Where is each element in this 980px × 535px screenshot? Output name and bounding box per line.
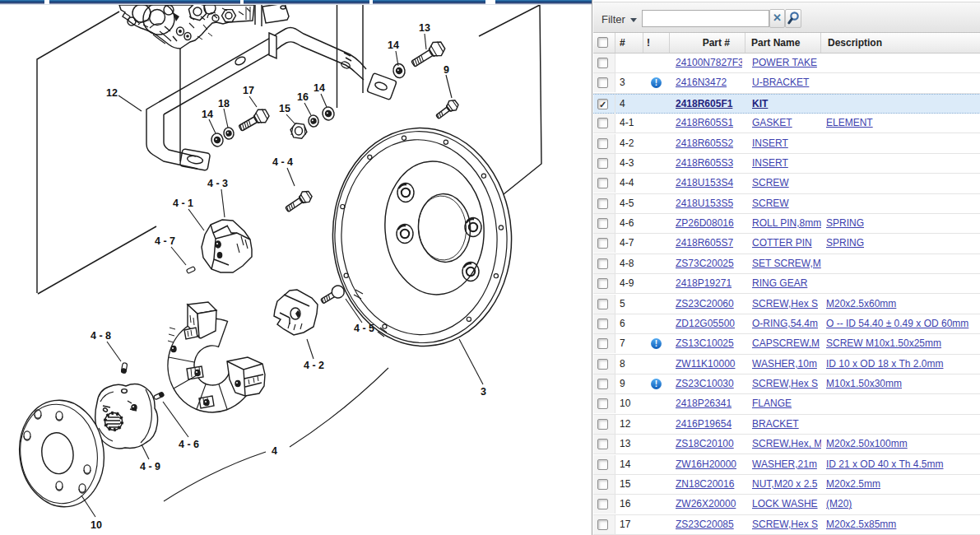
svg-text:16: 16 [297, 91, 309, 103]
svg-text:4 - 6: 4 - 6 [179, 439, 199, 450]
svg-text:18: 18 [218, 98, 230, 109]
svg-text:4 - 7: 4 - 7 [155, 235, 175, 247]
svg-text:4 - 5: 4 - 5 [354, 323, 374, 334]
svg-text:14: 14 [314, 82, 325, 94]
svg-text:10: 10 [91, 519, 102, 531]
svg-text:15: 15 [279, 103, 290, 114]
svg-text:12: 12 [106, 87, 118, 99]
svg-text:9: 9 [444, 64, 449, 76]
svg-text:4 - 4: 4 - 4 [272, 156, 293, 168]
svg-text:4: 4 [272, 445, 277, 457]
svg-text:14: 14 [388, 40, 399, 51]
svg-text:3: 3 [481, 386, 486, 398]
svg-text:4 - 8: 4 - 8 [91, 330, 111, 342]
svg-text:4 - 2: 4 - 2 [304, 360, 324, 371]
svg-text:4 - 1: 4 - 1 [173, 198, 193, 209]
svg-text:17: 17 [243, 85, 254, 96]
svg-text:4 - 9: 4 - 9 [140, 461, 160, 472]
svg-text:13: 13 [419, 22, 430, 34]
svg-text:14: 14 [202, 109, 213, 120]
svg-text:4 - 3: 4 - 3 [207, 178, 228, 189]
